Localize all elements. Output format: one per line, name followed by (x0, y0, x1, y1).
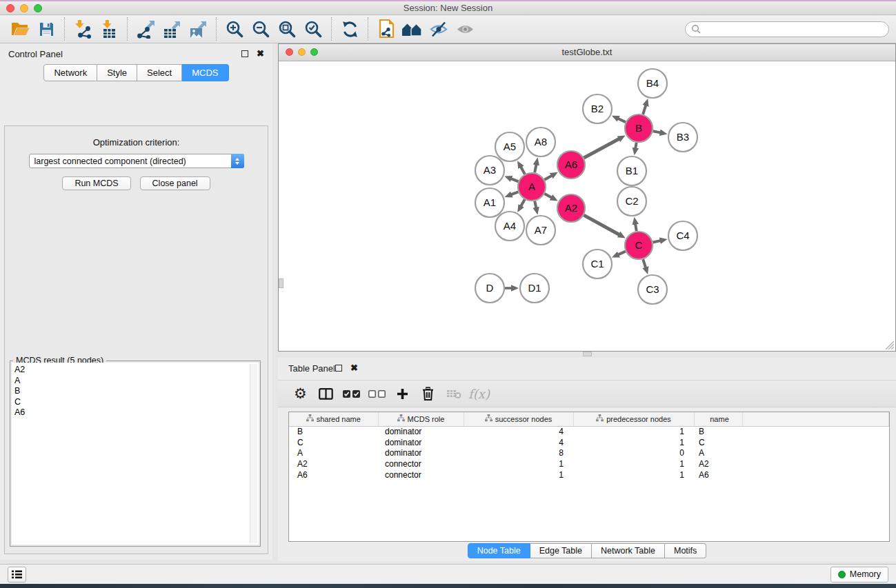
table-row[interactable]: Cdominator41C (289, 437, 889, 448)
memory-label: Memory (850, 569, 881, 579)
result-item[interactable]: B (12, 386, 259, 397)
table-tabs: Node Table Edge Table Network Table Moti… (278, 543, 896, 558)
table-row[interactable]: A2connector11A2 (289, 458, 889, 469)
column-header-shared-name[interactable]: shared name (289, 412, 378, 426)
graph-edge-C-C3[interactable] (643, 259, 646, 268)
graph-edge-B-B3[interactable] (653, 131, 661, 132)
memory-button[interactable]: Memory (830, 567, 888, 582)
close-panel-button[interactable]: Close panel (140, 176, 210, 190)
zoom-in-button[interactable] (221, 17, 248, 41)
column-header-MCDS-role[interactable]: MCDS role (378, 412, 464, 426)
float-panel-icon[interactable] (335, 365, 342, 372)
network-close-button[interactable] (286, 48, 293, 56)
result-item[interactable]: C (12, 397, 259, 408)
import-network-button[interactable] (70, 17, 96, 41)
import-table-button[interactable] (96, 17, 122, 41)
zoom-selected-button[interactable] (300, 17, 326, 41)
splitter-handle[interactable] (583, 352, 592, 356)
first-neighbors-button[interactable] (399, 17, 426, 41)
export-table-button[interactable] (159, 17, 185, 41)
graph-edge-C-C4[interactable] (653, 241, 661, 243)
table-row[interactable]: A6connector11A6 (289, 469, 889, 480)
result-item[interactable]: A6 (12, 407, 259, 418)
function-icon: f(x) (468, 387, 490, 401)
criterion-select[interactable]: largest connected component (directed) (29, 154, 244, 168)
table-settings-button[interactable]: ⚙ (288, 382, 313, 405)
graph-edge-A6-B[interactable] (584, 139, 619, 158)
deselect-all-columns-button[interactable] (364, 382, 390, 405)
graph-edge-A-A2[interactable] (544, 194, 552, 198)
zoom-out-button[interactable] (248, 17, 274, 41)
close-panel-icon[interactable]: ✖ (257, 50, 264, 57)
graph-edge-A-A8[interactable] (535, 163, 537, 172)
graph-edge-A-A7[interactable] (535, 201, 536, 209)
close-window-button[interactable] (6, 4, 14, 12)
graph-edge-A-A3[interactable] (510, 179, 519, 182)
tab-node-table[interactable]: Node Table (468, 543, 530, 558)
graph-edge-A-A4[interactable] (521, 199, 525, 207)
network-view-window: testGlobe.txt B4B2BB3A5A8A6A3B1AC2A1A2A4… (278, 43, 896, 352)
column-header-successor-nodes[interactable]: successor nodes (464, 412, 573, 426)
graph-node-label: B2 (591, 103, 604, 114)
graph-edge-B-B4[interactable] (643, 105, 646, 114)
network-from-selection-button[interactable] (373, 17, 399, 41)
graph-edge-C-C1[interactable] (617, 252, 626, 255)
hide-details-button[interactable] (426, 17, 452, 41)
eye-icon (456, 23, 475, 36)
tab-motifs[interactable]: Motifs (665, 543, 706, 558)
zoom-fit-button[interactable] (274, 17, 300, 41)
splitter-handle[interactable] (279, 278, 283, 288)
graph-edge-B-B2[interactable] (617, 119, 626, 123)
delete-column-button[interactable] (415, 382, 441, 405)
graph-node-label: C (635, 239, 643, 251)
open-file-button[interactable] (7, 17, 33, 41)
save-session-button[interactable] (33, 17, 59, 41)
run-mcds-button[interactable]: Run MCDS (62, 176, 130, 190)
result-item[interactable]: A2 (12, 365, 259, 376)
network-minimize-button[interactable] (298, 48, 306, 56)
graph-edge-A2-C[interactable] (584, 215, 619, 235)
toolbar-separator (216, 17, 217, 41)
graph-edge-A-A5[interactable] (520, 166, 524, 174)
search-box[interactable] (685, 21, 889, 37)
show-columns-button[interactable] (313, 382, 339, 405)
minimize-window-button[interactable] (20, 4, 28, 12)
network-window-titlebar[interactable]: testGlobe.txt (279, 44, 895, 61)
export-network-button[interactable] (132, 17, 159, 41)
network-canvas[interactable]: B4B2BB3A5A8A6A3B1AC2A1A2A4A7C4CC1C3DD1 (279, 61, 895, 351)
result-scrollbar[interactable] (250, 364, 257, 543)
network-graph[interactable]: B4B2BB3A5A8A6A3B1AC2A1A2A4A7C4CC1C3DD1 (279, 61, 895, 351)
tab-edge-table[interactable]: Edge Table (530, 543, 592, 558)
tab-network-table[interactable]: Network Table (592, 543, 665, 558)
select-all-columns-button[interactable] (339, 382, 364, 405)
graph-edge-A-A6[interactable] (544, 175, 552, 180)
node-table: shared nameMCDS rolesuccessor nodesprede… (288, 412, 890, 542)
graph-edge-A-A1[interactable] (510, 192, 518, 194)
show-task-history-button[interactable] (8, 567, 26, 582)
export-image-button[interactable] (185, 17, 211, 41)
graph-edge-B-B1[interactable] (635, 143, 637, 150)
zoom-window-button[interactable] (34, 4, 42, 12)
table-header-row: shared nameMCDS rolesuccessor nodesprede… (289, 412, 889, 426)
search-input[interactable] (704, 24, 883, 34)
graph-edge-C-C2[interactable] (635, 223, 637, 232)
table-row[interactable]: Bdominator41B (289, 426, 889, 437)
column-header-name[interactable]: name (694, 412, 742, 426)
resize-grip-icon[interactable] (885, 341, 894, 349)
column-header-predecessor-nodes[interactable]: predecessor nodes (573, 412, 694, 426)
float-panel-icon[interactable] (241, 50, 248, 57)
export-image-icon (188, 20, 208, 39)
result-item[interactable]: A (12, 376, 259, 387)
tab-select[interactable]: Select (137, 64, 182, 81)
tab-network[interactable]: Network (43, 64, 97, 81)
close-panel-icon[interactable]: ✖ (350, 365, 358, 372)
open-folder-icon (11, 21, 30, 37)
network-zoom-button[interactable] (310, 48, 318, 56)
trash-icon (421, 387, 435, 401)
tab-mcds[interactable]: MCDS (182, 64, 228, 81)
table-row[interactable]: Adominator80A (289, 447, 889, 458)
show-details-button[interactable] (452, 17, 478, 41)
refresh-button[interactable] (337, 17, 363, 41)
tab-style[interactable]: Style (97, 64, 137, 81)
create-column-button[interactable] (390, 382, 415, 405)
